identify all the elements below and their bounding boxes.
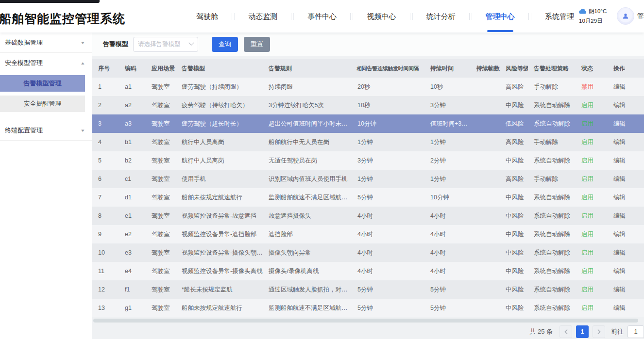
user-avatar[interactable]: [617, 7, 634, 25]
sidebar-group-terminal-config: 终端配置管理▼: [0, 120, 92, 141]
prev-page-button[interactable]: [559, 325, 572, 338]
table-row[interactable]: 8e1驾驶室视频监控设备异常-故意遮挡故意遮挡摄像头4小时4小时中风险系统自动解…: [92, 207, 644, 225]
nav-item-dynamic-monitor[interactable]: 动态监测: [245, 0, 280, 32]
cell-status: 启用: [576, 243, 608, 262]
cell-rule: 超出公司值班时间半小时未按规定交接: [263, 114, 352, 133]
cell-rule: 故意遮挡摄像头: [263, 207, 352, 225]
sidebar-item-basic-data[interactable]: 基础数据管理▼: [0, 32, 92, 52]
edit-link[interactable]: 编辑: [608, 262, 644, 280]
nav-item-cockpit[interactable]: 驾驶舱: [193, 0, 221, 32]
cell-model: 船舶未按规定航速航行: [176, 299, 263, 317]
main-content: 告警模型 请选择告警模型 查询 重置 序号编码应用场景告警模型告警规则相同告警连…: [92, 32, 644, 339]
cell-rule: 识别区域内值班人员使用手机: [263, 170, 352, 188]
cell-model: 使用手机: [176, 170, 263, 188]
query-button[interactable]: 查询: [212, 37, 238, 52]
edit-link[interactable]: 编辑: [608, 133, 644, 151]
cell-risk: 中风险: [500, 299, 528, 317]
alarm-model-select[interactable]: 请选择告警模型: [133, 37, 198, 52]
nav-item-event-center[interactable]: 事件中心: [305, 0, 339, 32]
table-row[interactable]: 13g1驾驶室船舶未按规定航速航行监测船舶航速不满足区域航速限制规定5分钟5分钟…: [92, 299, 644, 317]
table-body: 1a1驾驶室疲劳驾驶（持续闭眼）持续闭眼20秒10秒高风险手动解除禁用编辑2a2…: [92, 78, 644, 317]
reset-button[interactable]: 重置: [244, 37, 270, 52]
cell-seq: 12: [92, 280, 119, 299]
nav-separator: [469, 13, 472, 20]
nav-item-management-center[interactable]: 管理中心: [483, 0, 518, 32]
cell-interval: 4小时: [352, 225, 424, 243]
cell-frames: [471, 170, 500, 188]
user-menu[interactable]: 管理: [617, 7, 644, 25]
edit-link[interactable]: 编辑: [608, 78, 644, 96]
cell-interval: 10分钟: [352, 114, 424, 133]
cell-scene: 驾驶室: [146, 280, 176, 299]
cell-duration: 4小时: [424, 207, 471, 225]
table-row[interactable]: 4b1驾驶室航行中人员离岗船舶航行中无人员在岗1分钟1分钟高风险手动解除启用编辑: [92, 133, 644, 151]
cell-risk: 中风险: [500, 207, 528, 225]
nav-item-statistics[interactable]: 统计分析: [424, 0, 458, 32]
table-row[interactable]: 10e3驾驶室视频监控设备异常-摄像头朝向异常摄像头朝向异常4小时4小时中风险系…: [92, 243, 644, 262]
cell-interval: 10秒: [352, 96, 424, 114]
weather-temp: 阴10°C: [589, 6, 607, 16]
edit-link[interactable]: 编辑: [608, 170, 644, 188]
cell-scene: 驾驶室: [146, 96, 176, 114]
cell-code: g1: [119, 299, 146, 317]
cell-rule: 持续闭眼: [263, 78, 352, 96]
cell-duration: 5分钟: [424, 299, 471, 317]
table-row[interactable]: 9e2驾驶室视频监控设备异常-遮挡脸部遮挡脸部4小时4小时中风险系统自动解除启用…: [92, 225, 644, 243]
weather-widget: 阴10°C 10月29日: [579, 6, 613, 26]
cell-strategy: 系统自动解除: [528, 96, 576, 114]
cell-strategy: 系统自动解除: [528, 299, 576, 317]
cell-code: e1: [119, 207, 146, 225]
nav-item-system-management[interactable]: 系统管理: [542, 0, 577, 32]
cell-model: 视频监控设备异常-摄像头朝向异常: [176, 243, 263, 262]
cell-risk: 高风险: [500, 170, 528, 188]
cell-status: 启用: [576, 280, 608, 299]
cell-duration: 10分钟: [424, 188, 471, 207]
cell-risk: 中风险: [500, 188, 528, 207]
cell-code: e3: [119, 243, 146, 262]
edit-link[interactable]: 编辑: [608, 96, 644, 114]
alarm-model-table: 序号编码应用场景告警模型告警规则相同告警连续触发时间间隔持续时间持续帧数风险等级…: [92, 59, 644, 317]
goto-page-input[interactable]: [627, 325, 644, 338]
table-row[interactable]: 2a2驾驶室疲劳驾驶（持续打哈欠）3分钟连续打哈欠5次10秒3分钟中风险系统自动…: [92, 96, 644, 114]
cell-strategy: 系统自动解除: [528, 280, 576, 299]
cell-interval: 5分钟: [352, 299, 424, 317]
next-page-button[interactable]: [593, 325, 605, 338]
cell-duration: 10秒: [424, 78, 471, 96]
cell-code: a2: [119, 96, 146, 114]
edit-link[interactable]: 编辑: [608, 151, 644, 170]
edit-link[interactable]: 编辑: [608, 243, 644, 262]
sidebar-item-safety-model[interactable]: 安全模型管理▲: [0, 53, 92, 73]
sidebar-item-terminal-config[interactable]: 终端配置管理▼: [0, 120, 92, 140]
nav-item-video-center[interactable]: 视频中心: [364, 0, 399, 32]
chevron-right-icon: [597, 329, 601, 335]
cell-strategy: 系统自动解除: [528, 262, 576, 280]
page-1-button[interactable]: 1: [576, 325, 589, 338]
sidebar-group-label: 终端配置管理: [5, 126, 43, 135]
table-header-row: 序号编码应用场景告警模型告警规则相同告警连续触发时间间隔持续时间持续帧数风险等级…: [92, 59, 644, 78]
cell-scene: 驾驶室: [146, 207, 176, 225]
cell-frames: [471, 133, 500, 151]
table-row[interactable]: 7d1驾驶室船舶未按规定航速航行监测船舶航速不满足区域航速限制规定5分钟10分钟…: [92, 188, 644, 207]
table-row[interactable]: 11e4驾驶室视频监控设备异常-摄像头离线摄像头/录像机离线4小时4小时中风险系…: [92, 262, 644, 280]
edit-link[interactable]: 编辑: [608, 280, 644, 299]
table-row[interactable]: 3a3驾驶室疲劳驾驶（超长时长）超出公司值班时间半小时未按规定交接10分钟值班时…: [92, 114, 644, 133]
cell-status: 启用: [576, 114, 608, 133]
sidebar-item-safety-reminder[interactable]: 安全提醒管理: [0, 96, 85, 112]
horizontal-scrollbar-thumb[interactable]: [93, 319, 638, 323]
sidebar-item-alarm-model[interactable]: 告警模型管理: [0, 75, 85, 92]
cell-frames: [471, 299, 500, 317]
cell-rule: 监测船舶航速不满足区域航速限制规定: [263, 299, 352, 317]
table-row[interactable]: 6c1驾驶室使用手机识别区域内值班人员使用手机1分钟1分钟高风险手动解除启用编辑: [92, 170, 644, 188]
cell-code: b1: [119, 133, 146, 151]
edit-link[interactable]: 编辑: [608, 114, 644, 133]
edit-link[interactable]: 编辑: [608, 188, 644, 207]
edit-link[interactable]: 编辑: [608, 207, 644, 225]
table-row[interactable]: 1a1驾驶室疲劳驾驶（持续闭眼）持续闭眼20秒10秒高风险手动解除禁用编辑: [92, 78, 644, 96]
edit-link[interactable]: 编辑: [608, 299, 644, 317]
cell-model: 疲劳驾驶（超长时长）: [176, 114, 263, 133]
table-row[interactable]: 12f1驾驶室*船长未按规定监航通过区域触发人脸抓拍，对船长身份...5分钟5分…: [92, 280, 644, 299]
cell-risk: 高风险: [500, 133, 528, 151]
table-row[interactable]: 5b2驾驶室航行中人员离岗无适任驾驶员在岗3分钟2分钟中风险系统自动解除启用编辑: [92, 151, 644, 170]
edit-link[interactable]: 编辑: [608, 225, 644, 243]
weather-date: 10月29日: [579, 16, 603, 26]
